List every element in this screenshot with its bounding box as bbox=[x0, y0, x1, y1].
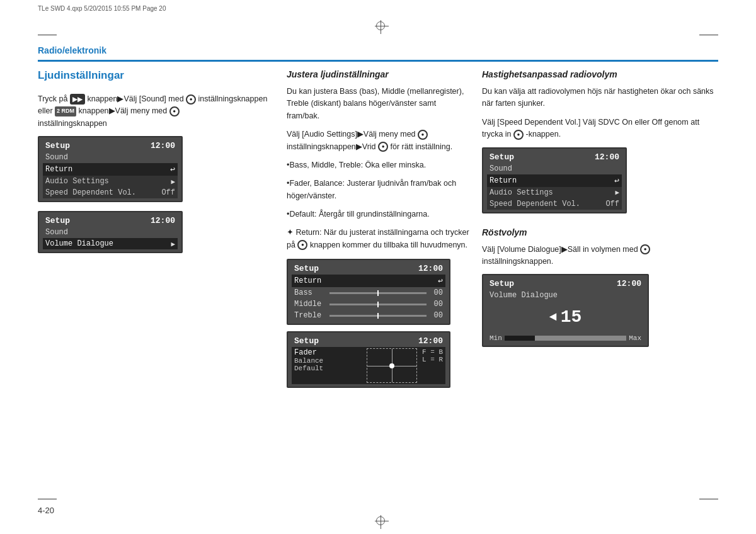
lcd-title-row-1: Setup 12:00 bbox=[43, 140, 178, 152]
bullet-1: •Bass, Middle, Treble: Öka eller minska. bbox=[287, 159, 469, 171]
corner-line-bl bbox=[38, 499, 57, 499]
bullet-2: •Fader, Balance: Justerar ljudnivån fram… bbox=[287, 178, 469, 202]
page-header: TLe SWD 4.qxp 5/20/2015 10:55 PM Page 20 bbox=[38, 5, 718, 12]
knob-icon-1: ● bbox=[186, 94, 196, 105]
right-para-3: Välj [Volume Dialogue]▶Säll in volymen m… bbox=[482, 244, 718, 268]
lcd-progress-row: Min Max bbox=[487, 333, 644, 343]
lcd-title-row-3: Setup 12:00 bbox=[292, 263, 445, 275]
lcd-screen-3: Setup 12:00 Return ↩ Bass 00 Middle 00 T… bbox=[287, 259, 450, 325]
return-arrow-1: ↩ bbox=[170, 164, 175, 174]
lcd-title-row-4: Setup 12:00 bbox=[292, 335, 445, 347]
middle-slider bbox=[329, 304, 427, 305]
page-number: 4-20 bbox=[38, 506, 54, 515]
right-heading-2: Röstvolym bbox=[482, 227, 718, 237]
right-heading-1: Hastighetsanpassad radiovolym bbox=[482, 69, 718, 79]
bass-slider bbox=[329, 292, 427, 294]
lcd-bass-row: Bass 00 bbox=[292, 287, 445, 298]
lcd-sound-row-1: Sound bbox=[43, 152, 178, 163]
vol-left-arrow: ◄ bbox=[549, 310, 557, 324]
vol-progress-bar bbox=[505, 336, 626, 341]
lcd-title-row-6: Setup 12:00 bbox=[487, 278, 644, 290]
lcd-vol-dialogue-label: Volume Dialogue bbox=[487, 290, 644, 301]
bullet-4: ✦ Return: När du justerat inställningarn… bbox=[287, 227, 469, 251]
corner-line-tl bbox=[38, 35, 57, 35]
lcd-return-row-1: Return ↩ bbox=[43, 163, 178, 176]
corner-line-br bbox=[699, 499, 718, 499]
return-arrow-5: ↩ bbox=[614, 176, 619, 186]
lcd-return-row-5: Return ↩ bbox=[487, 174, 622, 187]
mid-heading: Justera ljudinställningar bbox=[287, 69, 469, 79]
left-column: Ljudinställningar Tryck på ▶▶ knappen▶Vä… bbox=[38, 69, 271, 258]
section-title: Radio/elektronik bbox=[38, 45, 106, 55]
mid-para-2: Välj [Audio Settings]▶Välj meny med ● in… bbox=[287, 128, 469, 153]
bullet-3: •Default: Återgår till grundinställninga… bbox=[287, 208, 469, 220]
lcd-screen-6: Setup 12:00 Volume Dialogue ◄ 15 Min Max bbox=[482, 274, 649, 347]
fader-dot bbox=[389, 363, 394, 368]
lcd-screen-4: Setup 12:00 Fader Balance Default F = B … bbox=[287, 331, 450, 388]
rdm-badge: 2 RDM bbox=[55, 106, 76, 116]
knob-icon-5: ● bbox=[297, 240, 307, 250]
body-text-1: Tryck på ▶▶ knappen▶Välj [Sound] med ● i… bbox=[38, 93, 271, 130]
button-icon-1: ▶▶ bbox=[70, 94, 85, 105]
knob-icon-3: ● bbox=[418, 130, 428, 140]
lcd-speed-row-5: Speed Dependent Vol. Off bbox=[487, 198, 622, 210]
lcd-treble-row: Treble 00 bbox=[292, 310, 445, 321]
lcd-vol-display: ◄ 15 bbox=[487, 301, 644, 333]
main-heading: Ljudinställningar bbox=[38, 69, 271, 82]
lcd-audio-row-5: Audio Settings ▶ bbox=[487, 187, 622, 198]
lcd-screen-1: Setup 12:00 Sound Return ↩ Audio Setting… bbox=[38, 136, 183, 202]
lcd-title-row-5: Setup 12:00 bbox=[487, 151, 622, 163]
lcd-audio-row-1: Audio Settings ▶ bbox=[43, 176, 178, 187]
lcd-screen-2: Setup 12:00 Sound Volume Dialogue ▶ bbox=[38, 211, 183, 253]
lcd-title-row-2: Setup 12:00 bbox=[43, 215, 178, 227]
file-info: TLe SWD 4.qxp 5/20/2015 10:55 PM Page 20 bbox=[38, 5, 166, 12]
knob-icon-7: ● bbox=[640, 244, 650, 254]
mid-para-1: Du kan justera Bass (bas), Middle (mella… bbox=[287, 86, 469, 122]
vol-number: 15 bbox=[561, 304, 582, 331]
vol-progress-fill bbox=[505, 336, 535, 341]
lcd-sound-row-2: Sound bbox=[43, 227, 178, 238]
corner-line-tr bbox=[699, 35, 718, 35]
lcd-fader-row: Fader Balance Default F = B L = R bbox=[292, 347, 445, 384]
treble-slider bbox=[329, 315, 427, 317]
lcd-screen-5: Setup 12:00 Sound Return ↩ Audio Setting… bbox=[482, 147, 627, 213]
knob-icon-6: ● bbox=[513, 130, 524, 140]
mid-column: Justera ljudinställningar Du kan justera… bbox=[287, 69, 469, 393]
fader-grid bbox=[367, 348, 417, 383]
return-arrow-3: ↩ bbox=[438, 276, 443, 286]
knob-icon-2: ● bbox=[169, 106, 180, 116]
lcd-sound-row-5: Sound bbox=[487, 163, 622, 174]
lcd-speed-row-1: Speed Dependent Vol. Off bbox=[43, 187, 178, 198]
knob-icon-4: ● bbox=[378, 142, 388, 152]
right-para-2: Välj [Speed Dependent Vol.] Välj SDVC On… bbox=[482, 116, 718, 141]
lcd-middle-row: Middle 00 bbox=[292, 298, 445, 310]
right-para-1: Du kan välja att radiovolymen höjs när h… bbox=[482, 86, 718, 110]
right-column: Hastighetsanpassad radiovolym Du kan väl… bbox=[482, 69, 718, 352]
header-rule bbox=[38, 60, 718, 62]
lcd-vol-dialogue-row: Volume Dialogue ▶ bbox=[43, 238, 178, 249]
lcd-return-row-3: Return ↩ bbox=[292, 275, 445, 287]
